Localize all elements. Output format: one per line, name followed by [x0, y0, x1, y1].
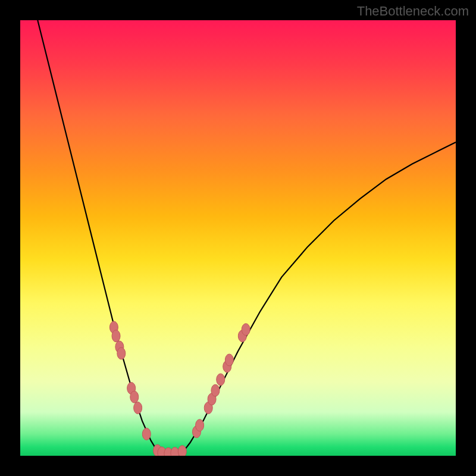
data-marker: [130, 391, 139, 403]
left-curve: [37, 20, 164, 454]
right-curve: [181, 142, 456, 454]
data-marker: [196, 419, 204, 431]
data-marker: [117, 347, 126, 359]
data-marker: [217, 374, 225, 386]
data-marker: [142, 428, 151, 440]
marker-group: [109, 321, 250, 456]
chart-svg: [20, 20, 456, 456]
data-marker: [171, 447, 179, 456]
data-marker: [211, 384, 220, 396]
data-marker: [178, 446, 186, 456]
data-marker: [242, 324, 250, 336]
data-marker: [134, 402, 142, 414]
plot-area: [20, 20, 456, 456]
watermark-text: TheBottleneck.com: [357, 4, 469, 19]
data-marker: [225, 354, 233, 366]
data-marker: [112, 330, 120, 342]
